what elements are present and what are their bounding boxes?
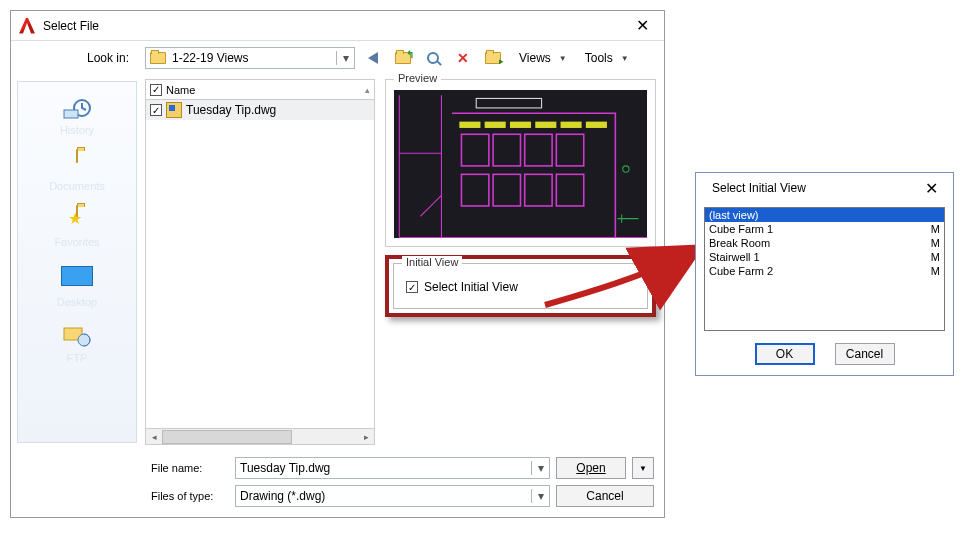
chevron-down-icon: ▼ (621, 54, 633, 63)
delete-button[interactable]: ✕ (451, 47, 475, 69)
search-web-button[interactable] (421, 47, 445, 69)
list-item[interactable]: (last view) (705, 208, 944, 222)
annotation-arrow-icon (540, 235, 710, 315)
toolbar: Look in: 1-22-19 Views ▾ ↰ ✕ ▸ Views ▼ T… (11, 41, 664, 75)
filename-label: File name: (151, 462, 229, 474)
scroll-thumb[interactable] (162, 430, 292, 444)
bottom-bar: File name: Tuesday Tip.dwg ▾ Open ▼ File… (11, 449, 664, 517)
lookin-value: 1-22-19 Views (170, 51, 336, 65)
svg-rect-9 (561, 122, 582, 128)
column-header-name: Name (166, 84, 195, 96)
cancel-button[interactable]: Cancel (556, 485, 654, 507)
sidebar-item-history[interactable]: History (18, 90, 136, 144)
file-name: Tuesday Tip.dwg (186, 103, 276, 117)
list-item[interactable]: Stairwell 1 M (705, 250, 944, 264)
filename-combo[interactable]: Tuesday Tip.dwg ▾ (235, 457, 550, 479)
view-name: Stairwell 1 (709, 251, 760, 263)
places-sidebar: History Documents ★ Favorites Desktop FT… (17, 81, 137, 443)
dwg-file-icon (166, 102, 182, 118)
documents-icon (60, 150, 94, 178)
filename-value: Tuesday Tip.dwg (236, 461, 531, 475)
file-row[interactable]: ✓ Tuesday Tip.dwg (146, 100, 374, 120)
arrow-left-icon (368, 52, 378, 64)
preview-label: Preview (394, 72, 441, 84)
chevron-down-icon: ▾ (531, 489, 549, 503)
sidebar-item-label: History (18, 124, 136, 136)
autodesk-logo-icon (19, 18, 35, 34)
open-button-label: Open (576, 461, 605, 475)
scroll-left-icon[interactable]: ◂ (146, 432, 162, 442)
sidebar-item-desktop[interactable]: Desktop (18, 258, 136, 316)
chevron-down-icon: ▼ (559, 54, 571, 63)
select-initial-view-label: Select Initial View (424, 280, 518, 294)
list-item[interactable]: Cube Farm 2 M (705, 264, 944, 278)
ftp-icon (60, 322, 94, 350)
titlebar: Select File ✕ (11, 11, 664, 41)
svg-rect-7 (510, 122, 531, 128)
select-initial-view-checkbox[interactable]: ✓ (406, 281, 418, 293)
list-item[interactable]: Break Room M (705, 236, 944, 250)
svg-rect-1 (64, 110, 78, 118)
folder-new-icon: ▸ (485, 52, 501, 64)
horizontal-scrollbar[interactable]: ◂ ▸ (146, 428, 374, 444)
svg-rect-6 (485, 122, 506, 128)
list-item[interactable]: Cube Farm 1 M (705, 222, 944, 236)
view-name: Cube Farm 2 (709, 265, 773, 277)
lookin-label: Look in: (19, 51, 139, 65)
chevron-down-icon: ▾ (531, 461, 549, 475)
drawing-preview (394, 90, 647, 238)
open-button[interactable]: Open (556, 457, 626, 479)
tools-menu[interactable]: Tools (577, 51, 615, 65)
sort-caret-icon: ▴ (365, 85, 370, 95)
favorites-icon: ★ (60, 206, 94, 234)
folder-icon (150, 52, 166, 64)
close-button[interactable]: ✕ (915, 179, 947, 198)
chevron-down-icon: ▼ (639, 464, 647, 473)
window-title: Select Initial View (712, 181, 915, 195)
sidebar-item-ftp[interactable]: FTP (18, 318, 136, 372)
filetype-combo[interactable]: Drawing (*.dwg) ▾ (235, 485, 550, 507)
sidebar-item-favorites[interactable]: ★ Favorites (18, 202, 136, 256)
svg-rect-5 (459, 122, 480, 128)
open-split-button[interactable]: ▼ (632, 457, 654, 479)
close-button[interactable]: ✕ (626, 16, 658, 35)
file-list-header[interactable]: ✓ Name ▴ (146, 80, 374, 100)
chevron-down-icon: ▾ (336, 51, 354, 65)
view-flag: M (931, 251, 940, 263)
dialog-buttons: OK Cancel (696, 335, 953, 375)
sidebar-item-documents[interactable]: Documents (18, 146, 136, 200)
checkbox[interactable]: ✓ (150, 104, 162, 116)
back-button[interactable] (361, 47, 385, 69)
filetype-label: Files of type: (151, 490, 229, 502)
view-list[interactable]: (last view) Cube Farm 1 M Break Room M S… (704, 207, 945, 331)
view-name: Break Room (709, 237, 770, 249)
svg-rect-8 (535, 122, 556, 128)
titlebar: Select Initial View ✕ (696, 173, 953, 203)
ok-button[interactable]: OK (755, 343, 815, 365)
view-flag: M (931, 223, 940, 235)
search-icon (427, 52, 439, 64)
select-initial-view-dialog: Select Initial View ✕ (last view) Cube F… (695, 172, 954, 376)
up-folder-button[interactable]: ↰ (391, 47, 415, 69)
sidebar-item-label: FTP (18, 352, 136, 364)
view-flag: M (931, 237, 940, 249)
x-icon: ✕ (457, 50, 469, 66)
history-icon (60, 94, 94, 122)
filetype-value: Drawing (*.dwg) (236, 489, 531, 503)
checkbox-header[interactable]: ✓ (150, 84, 162, 96)
file-list[interactable]: ✓ Name ▴ ✓ Tuesday Tip.dwg ◂ ▸ (145, 79, 375, 445)
sidebar-item-label: Favorites (18, 236, 136, 248)
new-folder-button[interactable]: ▸ (481, 47, 505, 69)
folder-up-icon: ↰ (395, 52, 411, 64)
svg-rect-10 (586, 122, 607, 128)
sidebar-item-label: Desktop (18, 296, 136, 308)
sidebar-item-label: Documents (18, 180, 136, 192)
views-menu[interactable]: Views (511, 51, 553, 65)
lookin-combo[interactable]: 1-22-19 Views ▾ (145, 47, 355, 69)
scroll-right-icon[interactable]: ▸ (358, 432, 374, 442)
desktop-icon (60, 266, 94, 294)
cancel-button[interactable]: Cancel (835, 343, 895, 365)
view-name: (last view) (709, 209, 759, 221)
initial-view-group-label: Initial View (402, 256, 462, 268)
preview-group: Preview (385, 79, 656, 247)
